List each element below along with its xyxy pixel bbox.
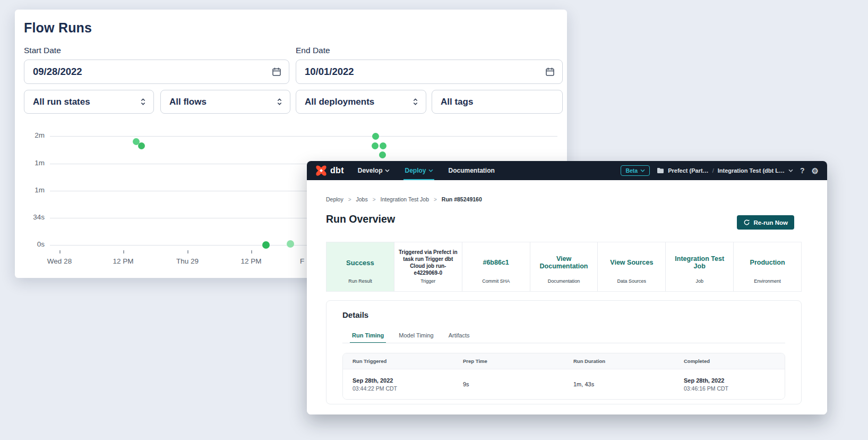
col-run-duration: Run Duration <box>564 358 674 364</box>
flow-run-point[interactable] <box>262 241 270 249</box>
completed-time: 03:46:16 PM CDT <box>684 385 785 392</box>
breadcrumb-deploy[interactable]: Deploy <box>326 196 343 202</box>
y-axis-tick: 34s <box>20 213 45 221</box>
end-date-value: 10/01/2022 <box>305 66 354 78</box>
chevron-down-icon <box>640 169 645 172</box>
run-timing-table: Run Triggered Prep Time Run Duration Com… <box>342 353 785 400</box>
project-breadcrumb: Prefect (Part… / Integration Test (dbt L… <box>657 167 793 174</box>
nav-item-label: Deploy <box>405 167 426 174</box>
details-tabs: Run Timing Model Timing Artifacts <box>352 327 469 343</box>
summary-card-label: Data Sources <box>598 278 665 291</box>
deployments-filter[interactable]: All deployments <box>296 90 426 114</box>
flow-run-point[interactable] <box>372 133 379 140</box>
tabs-divider <box>342 343 785 343</box>
x-axis-tick: 12 PM <box>233 257 270 265</box>
breadcrumb-separator: > <box>373 197 376 202</box>
view-sources-link[interactable]: View Sources <box>598 242 665 278</box>
help-icon[interactable]: ? <box>800 167 805 174</box>
nav-item-documentation[interactable]: Documentation <box>448 161 494 180</box>
tab-run-timing[interactable]: Run Timing <box>352 327 384 343</box>
calendar-icon[interactable] <box>545 67 555 77</box>
updown-chevron-icon <box>277 98 282 106</box>
gear-icon[interactable]: ⚙ <box>812 167 819 175</box>
page-title: Flow Runs <box>24 20 92 36</box>
project-name[interactable]: Prefect (Part… <box>668 167 708 174</box>
tab-artifacts[interactable]: Artifacts <box>449 327 470 343</box>
dbt-logo-icon <box>315 165 327 176</box>
calendar-icon[interactable] <box>272 67 281 77</box>
chevron-down-icon <box>428 169 433 172</box>
x-axis-tickmark <box>251 250 252 253</box>
nav-item-deploy[interactable]: Deploy <box>405 161 433 180</box>
job-link[interactable]: Integration Test Job <box>666 242 733 278</box>
breadcrumb-jobs[interactable]: Jobs <box>356 196 368 202</box>
end-date-input[interactable]: 10/01/2022 <box>296 60 563 84</box>
x-axis-tick: Wed 28 <box>41 257 78 265</box>
summary-card-commit-sha: #6b86c1 Commit SHA <box>462 242 530 291</box>
folder-icon <box>657 167 664 174</box>
beta-label: Beta <box>625 167 638 174</box>
commit-sha-link[interactable]: #6b86c1 <box>462 242 530 278</box>
y-axis-tick: 2m <box>20 131 45 139</box>
flow-run-point[interactable] <box>287 240 294 248</box>
summary-card-label: Documentation <box>530 278 598 291</box>
run-states-filter[interactable]: All run states <box>24 90 154 114</box>
x-axis-tick-partial: F <box>300 257 304 265</box>
updown-chevron-icon <box>412 98 418 106</box>
start-date-input[interactable]: 09/28/2022 <box>24 60 289 84</box>
environment-name[interactable]: Integration Test (dbt L… <box>718 167 785 174</box>
summary-card-job: Integration Test Job Job <box>666 242 734 291</box>
gridline <box>50 136 557 137</box>
dbt-logo[interactable]: dbt <box>315 165 344 176</box>
summary-card-documentation: View Documentation Documentation <box>530 242 598 291</box>
start-date-value: 09/28/2022 <box>33 66 82 78</box>
chevron-down-icon[interactable] <box>788 169 793 172</box>
view-documentation-link[interactable]: View Documentation <box>530 242 598 278</box>
end-date-label: End Date <box>296 46 330 55</box>
run-triggered-date: Sep 28th, 2022 <box>353 377 453 384</box>
updown-chevron-icon <box>140 98 146 106</box>
dbt-navbar: dbt Develop Deploy Documentation Beta Pr… <box>307 161 827 180</box>
flows-filter-value: All flows <box>169 97 207 107</box>
summary-card-label: Job <box>666 278 733 291</box>
tab-model-timing[interactable]: Model Timing <box>399 327 433 343</box>
nav-menu: Develop Deploy Documentation <box>358 161 495 180</box>
x-axis-tickmark <box>123 250 124 253</box>
flow-run-point[interactable] <box>380 142 386 149</box>
deployments-filter-value: All deployments <box>305 97 374 107</box>
beta-dropdown[interactable]: Beta <box>621 165 650 176</box>
dbt-cloud-window: dbt Develop Deploy Documentation Beta Pr… <box>307 161 827 414</box>
summary-card-run-result: Success Run Result <box>326 242 394 291</box>
details-title: Details <box>342 310 368 319</box>
breadcrumb-run-id: Run #85249160 <box>442 196 482 202</box>
environment-link[interactable]: Production <box>734 242 801 278</box>
run-summary-row: Success Run Result Triggered via Prefect… <box>326 242 802 292</box>
breadcrumb-job-name[interactable]: Integration Test Job <box>381 196 429 202</box>
col-prep-time: Prep Time <box>453 358 564 364</box>
rerun-now-button[interactable]: Re-run Now <box>737 215 794 230</box>
rerun-now-label: Re-run Now <box>753 219 788 226</box>
summary-card-label: Run Result <box>326 278 394 291</box>
nav-item-develop[interactable]: Develop <box>358 161 390 180</box>
nav-item-label: Documentation <box>448 167 494 174</box>
tags-filter[interactable]: All tags <box>432 90 563 114</box>
table-header-row: Run Triggered Prep Time Run Duration Com… <box>343 353 785 369</box>
run-triggered-time: 03:44:22 PM CDT <box>353 385 453 392</box>
nav-item-label: Develop <box>358 167 383 174</box>
tags-filter-value: All tags <box>441 97 473 107</box>
x-axis-tick: 12 PM <box>105 257 142 265</box>
flows-filter[interactable]: All flows <box>160 90 290 114</box>
flow-run-point[interactable] <box>379 151 386 158</box>
flow-run-point[interactable] <box>372 142 379 149</box>
start-date-label: Start Date <box>24 46 61 55</box>
dbt-logo-text: dbt <box>330 166 344 175</box>
run-overview-title: Run Overview <box>326 213 395 225</box>
summary-card-data-sources: View Sources Data Sources <box>598 242 666 291</box>
col-run-triggered: Run Triggered <box>343 358 453 364</box>
summary-card-label: Environment <box>734 278 801 291</box>
y-axis-tick: 1m <box>20 186 45 194</box>
flow-run-point[interactable] <box>138 142 145 149</box>
chevron-down-icon <box>385 169 390 172</box>
y-axis-tick: 0s <box>20 240 45 248</box>
summary-card-environment: Production Environment <box>734 242 801 291</box>
